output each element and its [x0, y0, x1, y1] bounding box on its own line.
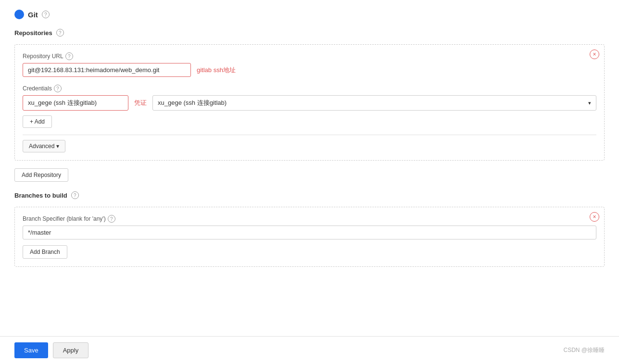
repo-url-label: Repository URL	[23, 53, 63, 60]
advanced-button[interactable]: Advanced ▾	[23, 140, 65, 152]
repositories-help-icon[interactable]: ?	[56, 29, 64, 37]
credentials-dropdown[interactable]: xu_gege (ssh 连接gitlab) ▾	[152, 95, 596, 111]
repositories-label: Repositories	[14, 29, 52, 37]
close-repository-button[interactable]: ×	[590, 50, 599, 59]
add-repository-button[interactable]: Add Repository	[14, 168, 68, 182]
add-branch-label: Add Branch	[30, 249, 60, 255]
git-title: Git	[28, 11, 38, 19]
branch-specifier-input[interactable]	[23, 226, 596, 239]
git-help-icon[interactable]: ?	[42, 11, 50, 18]
branch-card: × Branch Specifier (blank for 'any') ? A…	[14, 207, 605, 267]
credentials-select-preview: xu_gege (ssh 连接gitlab)	[23, 95, 128, 111]
repository-card: × Repository URL ? gitlab ssh地址 Credenti…	[14, 44, 605, 161]
branch-specifier-help-icon[interactable]: ?	[108, 215, 115, 223]
credentials-help-icon[interactable]: ?	[54, 85, 62, 92]
watermark: CSDN @徐睡睡	[563, 346, 605, 354]
add-repository-label: Add Repository	[22, 172, 61, 178]
add-credentials-button[interactable]: + Add	[23, 115, 52, 128]
credentials-dropdown-value: xu_gege (ssh 连接gitlab)	[158, 99, 227, 107]
advanced-caret-icon: ▾	[56, 143, 59, 150]
repo-url-help-icon[interactable]: ?	[65, 52, 73, 60]
branches-to-build-help-icon[interactable]: ?	[71, 191, 79, 199]
close-branch-button[interactable]: ×	[590, 212, 599, 222]
add-branch-button[interactable]: Add Branch	[23, 245, 67, 259]
add-credentials-label: + Add	[30, 118, 45, 125]
advanced-label: Advanced	[29, 143, 54, 150]
footer-actions: Save Apply	[14, 342, 88, 358]
credentials-value: xu_gege (ssh 连接gitlab)	[28, 99, 97, 107]
save-button[interactable]: Save	[14, 342, 48, 358]
footer-bar: Save Apply CSDN @徐睡睡	[0, 336, 619, 364]
branches-to-build-label: Branches to build	[14, 192, 67, 199]
credentials-caret-icon: ▾	[588, 100, 591, 106]
apply-button[interactable]: Apply	[53, 342, 89, 358]
credentials-label: Credentials	[23, 85, 52, 92]
repo-url-annotation: gitlab ssh地址	[197, 66, 236, 75]
credentials-annotation: 凭证	[134, 99, 147, 107]
repo-url-input[interactable]	[23, 63, 191, 77]
branch-specifier-label: Branch Specifier (blank for 'any')	[23, 215, 106, 222]
git-status-dot	[14, 10, 24, 19]
